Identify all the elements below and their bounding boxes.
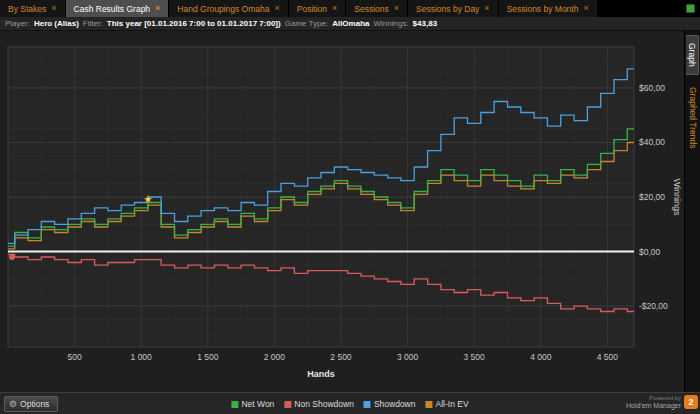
tab-label: Cash Results Graph <box>74 4 151 14</box>
legend-swatch <box>284 401 291 408</box>
tab-label: Sessions by Month <box>507 4 579 14</box>
gear-icon: ⚙ <box>9 399 17 409</box>
legend-label: Non Showdown <box>294 399 354 409</box>
player-value: Hero (Alias) <box>34 19 79 28</box>
x-tick-label: 3 000 <box>397 352 419 362</box>
tab-label: By Stakes <box>8 4 46 14</box>
tab-close-icon[interactable]: × <box>484 4 489 13</box>
side-tab-graphed-trends-label: Graphed Trends <box>688 87 698 148</box>
results-graph[interactable]: ★$60,00$40,00$20,00$0,00-$20,005001 0001… <box>0 31 684 392</box>
tab-sessions-by-day[interactable]: Sessions by Day× <box>408 0 499 17</box>
tab-position[interactable]: Position× <box>289 0 347 17</box>
options-label: Options <box>20 399 49 409</box>
tab-close-icon[interactable]: × <box>394 4 399 13</box>
y-tick-label: $0,00 <box>639 247 661 257</box>
game-type-label: Game Type: <box>285 19 328 28</box>
tab-hand-groupings-omaha[interactable]: Hand Groupings Omaha× <box>169 0 288 17</box>
legend-swatch <box>231 401 238 408</box>
winnings-label: Winnings: <box>373 19 408 28</box>
y-tick-label: $20,00 <box>639 192 665 202</box>
bottom-bar: ⚙ Options Net WonNon ShowdownShowdownAll… <box>0 392 700 414</box>
powered-by: Powered by Hold'em Manager 2 <box>626 395 698 410</box>
x-axis-title: Hands <box>307 369 335 379</box>
side-tab-graph[interactable]: Graph <box>686 35 699 75</box>
chart-legend: Net WonNon ShowdownShowdownAll-In EV <box>231 393 468 414</box>
tab-close-icon[interactable]: × <box>155 4 160 13</box>
y-axis-title: Winnings <box>672 178 682 216</box>
tab-label: Sessions by Day <box>416 4 479 14</box>
tab-close-icon[interactable]: × <box>583 4 588 13</box>
tab-label: Sessions <box>354 4 389 14</box>
powered-by-text: Powered by Hold'em Manager <box>626 395 681 410</box>
side-panel: Graph Graphed Trends <box>684 31 700 392</box>
tab-close-icon[interactable]: × <box>51 4 56 13</box>
legend-swatch <box>425 401 432 408</box>
powered-by-label: Powered by <box>626 395 681 402</box>
star-marker: ★ <box>143 193 153 205</box>
player-label: Player: <box>5 19 30 28</box>
filter-info-bar: Player: Hero (Alias) Filter: This year [… <box>0 17 700 31</box>
tab-cash-results-graph[interactable]: Cash Results Graph× <box>66 0 170 17</box>
side-tab-graph-label: Graph <box>687 43 697 67</box>
winnings-value: $43,83 <box>413 19 437 28</box>
tab-bar: By Stakes×Cash Results Graph×Hand Groupi… <box>0 0 700 17</box>
game-type-value: AllOmaha <box>332 19 369 28</box>
tab-close-icon[interactable]: × <box>332 4 337 13</box>
chart-area: ★$60,00$40,00$20,00$0,00-$20,005001 0001… <box>0 31 684 392</box>
filter-value: This year [01.01.2016 7:00 to 01.01.2017… <box>107 19 281 28</box>
y-tick-label: $60,00 <box>639 83 665 93</box>
grid-icon[interactable] <box>686 4 695 13</box>
tab-sessions-by-month[interactable]: Sessions by Month× <box>499 0 598 17</box>
hm2-logo: 2 <box>684 395 698 409</box>
filter-label: Filter: <box>83 19 103 28</box>
y-tick-label: -$20,00 <box>639 301 668 311</box>
x-tick-label: 4 000 <box>530 352 552 362</box>
legend-item: Non Showdown <box>284 399 354 409</box>
app-window: By Stakes×Cash Results Graph×Hand Groupi… <box>0 0 700 414</box>
x-tick-label: 4 500 <box>597 352 619 362</box>
x-tick-label: 2 500 <box>330 352 352 362</box>
options-button[interactable]: ⚙ Options <box>4 396 58 412</box>
x-tick-label: 1 000 <box>131 352 153 362</box>
y-tick-label: $40,00 <box>639 137 665 147</box>
legend-item: Showdown <box>364 399 416 409</box>
tab-label: Hand Groupings Omaha <box>177 4 269 14</box>
tab-by-stakes[interactable]: By Stakes× <box>0 0 66 17</box>
legend-swatch <box>364 401 371 408</box>
legend-item: All-In EV <box>425 399 468 409</box>
side-tab-graphed-trends[interactable]: Graphed Trends <box>687 80 699 155</box>
tab-sessions[interactable]: Sessions× <box>346 0 408 17</box>
brand-label: Hold'em Manager <box>626 402 681 410</box>
tab-bar-spacer <box>598 0 686 17</box>
tab-label: Position <box>297 4 327 14</box>
legend-item: Net Won <box>231 399 274 409</box>
x-tick-label: 1 500 <box>197 352 219 362</box>
x-tick-label: 2 000 <box>264 352 286 362</box>
dot-marker <box>9 254 15 260</box>
legend-label: Showdown <box>374 399 416 409</box>
tab-close-icon[interactable]: × <box>275 4 280 13</box>
x-tick-label: 3 500 <box>464 352 486 362</box>
legend-label: Net Won <box>241 399 274 409</box>
x-tick-label: 500 <box>68 352 82 362</box>
legend-label: All-In EV <box>435 399 468 409</box>
